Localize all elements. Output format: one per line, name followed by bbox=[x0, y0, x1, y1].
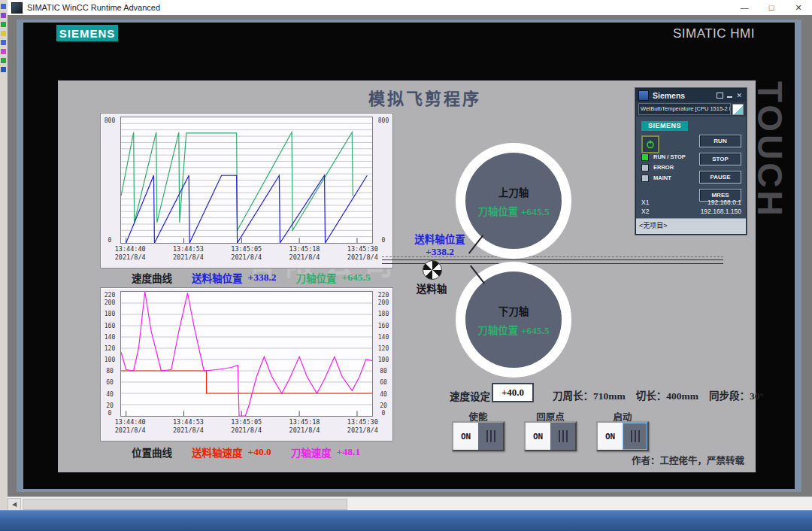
y-axis-label: 140 bbox=[374, 333, 392, 340]
horizontal-scrollbar[interactable]: ◀ bbox=[8, 496, 812, 511]
interface-address: 192.168.1.150 bbox=[701, 208, 741, 217]
siemens-logo: SIEMENS bbox=[56, 25, 118, 41]
background-app-icon bbox=[1, 58, 6, 63]
grip-bar bbox=[566, 430, 568, 442]
grip-bar bbox=[631, 430, 632, 442]
series-value: +645.5 bbox=[342, 272, 371, 284]
series-value: +40.0 bbox=[248, 446, 271, 458]
plc-button-stop[interactable]: STOP bbox=[699, 153, 741, 165]
window-titlebar: SIMATIC WinCC Runtime Advanced — □ ✕ bbox=[8, 0, 812, 16]
window-title: SIMATIC WinCC Runtime Advanced bbox=[27, 3, 160, 12]
taskbar[interactable] bbox=[0, 510, 812, 531]
y-axis-label: 60 bbox=[374, 379, 392, 386]
plcsim-close-icon[interactable]: ✕ bbox=[736, 92, 742, 99]
plcsim-float-icon[interactable] bbox=[717, 93, 723, 99]
y-axis-label: 100 bbox=[374, 357, 392, 363]
plcsim-device-select[interactable]: WetBulbTemperature [CPU 1515-2 PN bbox=[638, 103, 731, 115]
status-led-row: RUN / STOP bbox=[641, 152, 706, 162]
x-axis-label: 13:44:532021/8/4 bbox=[173, 418, 204, 434]
x-axis: 13:44:402021/8/413:44:532021/8/413:45:05… bbox=[120, 245, 373, 266]
y-axis-label: 160 bbox=[101, 322, 119, 329]
curve-name: 速度曲线 bbox=[132, 270, 172, 285]
toggle-启动: 启动ON bbox=[596, 409, 649, 451]
parameter-label: 切长： bbox=[636, 390, 667, 402]
scrollbar-thumb[interactable] bbox=[23, 499, 347, 510]
led-indicator bbox=[641, 153, 649, 161]
tick-date: 2021/8/4 bbox=[231, 426, 262, 435]
y-axis-label: 0 bbox=[374, 236, 392, 243]
background-app-icon bbox=[1, 22, 6, 27]
interface-row: X2192.168.1.150 bbox=[641, 208, 741, 217]
toggle-switch[interactable]: ON bbox=[596, 421, 649, 451]
upper-knife-position: 刀轴位置 +645.5 bbox=[477, 203, 549, 218]
y-axis-label: 200 bbox=[374, 299, 392, 306]
plcsim-minimize-icon[interactable] bbox=[727, 93, 732, 98]
runtime-frame: SIEMENS SIMATIC HMI TOUCH 模拟飞剪程序 有限公司 80… bbox=[17, 20, 801, 492]
tick-time: 13:45:30 bbox=[347, 245, 378, 253]
y-axis-label: 160 bbox=[374, 322, 392, 329]
x-axis-label: 13:45:052021/8/4 bbox=[231, 418, 262, 434]
feed-axis-name: 送料轴 bbox=[404, 281, 459, 296]
tick-date: 2021/8/4 bbox=[347, 253, 378, 262]
hmi-main-panel: 模拟飞剪程序 有限公司 8000 8000 13:44:402021/8/413… bbox=[58, 80, 756, 472]
series-label: 送料轴速度 bbox=[192, 445, 243, 460]
interface-row: X1192.168.0.1 bbox=[641, 199, 741, 208]
parameter: 切长：400mm bbox=[636, 387, 698, 402]
background-app-icon bbox=[1, 49, 6, 54]
y-axis-label: 0 bbox=[101, 409, 119, 416]
toggle-switch[interactable]: ON bbox=[524, 421, 577, 451]
plcsim-device-row: WetBulbTemperature [CPU 1515-2 PN bbox=[636, 102, 746, 117]
plcsim-titlebar[interactable]: Siemens ✕ bbox=[636, 89, 746, 102]
toggle-switch[interactable]: ON bbox=[452, 421, 504, 451]
y-axis-label: 80 bbox=[101, 368, 119, 375]
x-axis-label: 13:45:182021/8/4 bbox=[289, 418, 320, 434]
y-axis-label: 140 bbox=[101, 333, 119, 340]
toggle-label: 使能 bbox=[452, 409, 504, 420]
tick-time: 13:44:40 bbox=[115, 418, 146, 426]
grip-bar bbox=[486, 430, 488, 442]
plc-led-column: RUN / STOPERRORMAINT bbox=[641, 152, 706, 184]
y-axis-right: 220200180160140120100806040200 bbox=[374, 291, 392, 417]
hmi-screen: SIEMENS SIMATIC HMI TOUCH 模拟飞剪程序 有限公司 80… bbox=[23, 23, 795, 489]
tick-date: 2021/8/4 bbox=[115, 426, 146, 435]
series-value: +48.1 bbox=[337, 446, 360, 458]
toggle-label: 启动 bbox=[596, 409, 649, 420]
plc-button-run[interactable]: RUN bbox=[699, 135, 741, 147]
parameter-value: 400mm bbox=[666, 390, 698, 402]
speed-set-input[interactable] bbox=[492, 383, 534, 402]
y-axis-label: 40 bbox=[101, 390, 119, 397]
y-axis-label: 180 bbox=[374, 311, 392, 317]
led-label: MAINT bbox=[653, 174, 671, 181]
parameter-label: 同步段： bbox=[709, 390, 750, 402]
scroll-left-icon[interactable]: ◀ bbox=[8, 498, 21, 511]
plot-area bbox=[120, 117, 373, 244]
y-axis-label: 20 bbox=[374, 402, 392, 408]
power-button[interactable] bbox=[641, 135, 659, 153]
toggle-回原点: 回原点ON bbox=[524, 409, 577, 451]
tick-time: 13:45:18 bbox=[289, 418, 320, 426]
minimize-button[interactable]: — bbox=[731, 0, 758, 15]
led-indicator bbox=[641, 174, 649, 182]
plcsim-display-icon[interactable] bbox=[732, 104, 744, 115]
touch-side-label: TOUCH bbox=[750, 81, 790, 219]
window-frame: SIEMENS SIMATIC HMI TOUCH 模拟飞剪程序 有限公司 80… bbox=[8, 15, 812, 496]
parameter: 同步段：30° bbox=[709, 387, 764, 402]
close-button[interactable]: ✕ bbox=[785, 0, 812, 15]
material-guide-line bbox=[382, 256, 723, 257]
tick-time: 13:45:30 bbox=[347, 418, 378, 426]
y-axis-label: 100 bbox=[101, 357, 119, 363]
maximize-button[interactable]: □ bbox=[758, 0, 785, 15]
series-label: 送料轴位置 bbox=[192, 270, 243, 285]
plc-button-pause[interactable]: PAUSE bbox=[699, 171, 741, 184]
tick-date: 2021/8/4 bbox=[173, 426, 204, 435]
y-axis-left: 220200180160140120100806040200 bbox=[101, 291, 119, 417]
interface-address: 192.168.0.1 bbox=[707, 199, 741, 208]
wincc-app-icon bbox=[11, 2, 23, 14]
plcsim-project-select[interactable]: <无项目> bbox=[636, 218, 746, 234]
led-label: RUN / STOP bbox=[653, 153, 686, 160]
toggle-on-label: ON bbox=[526, 423, 550, 450]
series-刀轴速度 bbox=[121, 292, 372, 416]
toggle-on-label: ON bbox=[598, 423, 623, 450]
desktop: SIMATIC WinCC Runtime Advanced — □ ✕ SIE… bbox=[0, 0, 812, 531]
series-value: +338.2 bbox=[248, 272, 277, 284]
